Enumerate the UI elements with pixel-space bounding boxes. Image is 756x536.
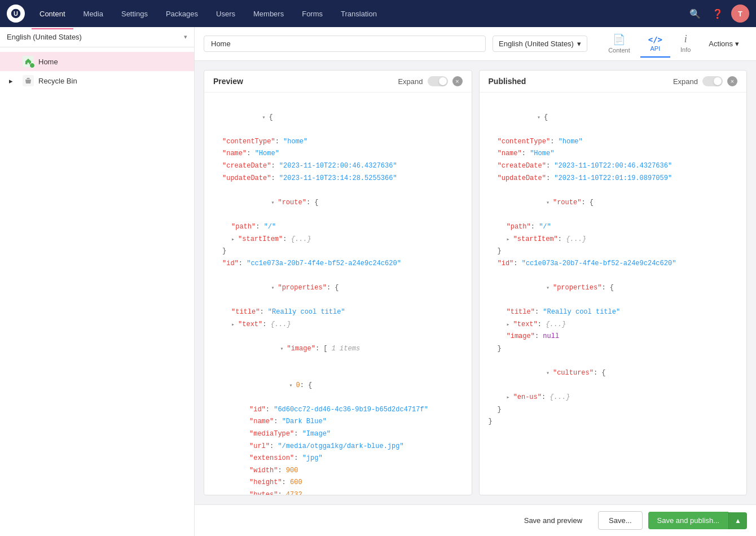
actions-chevron-icon: ▾ <box>735 39 739 48</box>
preview-root-collapse[interactable] <box>262 113 269 121</box>
pub-root-collapse[interactable] <box>537 113 544 121</box>
tree-expand-icon: ▸ <box>9 77 18 85</box>
nav-translation[interactable]: Translation <box>333 6 385 21</box>
save-publish-dropdown[interactable]: ▲ <box>728 512 747 529</box>
preview-panel-title: Preview <box>213 77 243 86</box>
save-publish-button[interactable]: Save and publish... <box>648 512 729 529</box>
nav-users[interactable]: Users <box>208 6 243 21</box>
image0-collapse[interactable] <box>289 381 296 389</box>
lang-chevron-icon: ▾ <box>577 39 581 48</box>
home-icon <box>23 56 34 67</box>
pub-startitem-expand[interactable] <box>507 235 513 243</box>
toggle-knob <box>439 77 447 85</box>
top-nav: U Content Media Settings Packages Users … <box>0 0 756 27</box>
nav-content[interactable]: Content <box>32 6 73 21</box>
language-selector[interactable]: English (United States) ▾ <box>0 27 194 47</box>
published-panel-header: Published Expand × <box>480 71 747 93</box>
nav-packages[interactable]: Packages <box>158 6 206 21</box>
recycle-icon <box>23 75 34 86</box>
route-collapse[interactable] <box>271 199 278 207</box>
preview-expand-toggle[interactable] <box>428 76 448 86</box>
tab-content[interactable]: 📄 Content <box>600 29 638 59</box>
tab-info[interactable]: i Info <box>673 29 698 59</box>
nav-members[interactable]: Members <box>245 6 292 21</box>
published-expand-label: Expand <box>673 77 698 86</box>
breadcrumb-selector[interactable]: Home <box>204 36 486 52</box>
tab-content-label: Content <box>608 47 630 54</box>
footer-bar: Save and preview Save... Save and publis… <box>195 504 756 536</box>
published-panel-body[interactable]: { "contentType": "home" "name": "Home" "… <box>480 93 747 495</box>
pub-route-collapse[interactable] <box>546 199 553 207</box>
sidebar-item-home[interactable]: Home <box>0 52 194 71</box>
preview-panel-body[interactable]: { "contentType": "home" "name": "Home" "… <box>204 93 472 495</box>
tab-info-label: Info <box>680 46 691 53</box>
info-tab-icon: i <box>684 33 687 45</box>
recycle-label: Recycle Bin <box>38 77 77 85</box>
published-panel-title: Published <box>489 77 526 86</box>
pub-enus-expand[interactable] <box>507 393 513 401</box>
logo[interactable]: U <box>7 5 25 23</box>
api-tab-icon: </> <box>648 35 662 44</box>
main-content: Home English (United States) ▾ 📄 Content… <box>195 27 756 536</box>
published-expand-toggle[interactable] <box>702 76 723 86</box>
content-tree: Home ▸ Recycle Bin <box>0 47 194 536</box>
preview-panel-header: Preview Expand × <box>204 71 472 93</box>
content-language-label: English (United States) <box>499 39 574 48</box>
sidebar-item-recycle[interactable]: ▸ Recycle Bin <box>0 71 194 90</box>
tab-api[interactable]: </> API <box>640 30 670 58</box>
actions-label: Actions <box>709 39 733 48</box>
app-body: English (United States) ▾ Home ▸ <box>0 27 756 536</box>
language-label: English (United States) <box>7 33 82 41</box>
help-button[interactable]: ❓ <box>709 5 727 23</box>
nav-right: 🔍 ❓ T <box>686 5 749 23</box>
published-expand-group: Expand × <box>673 76 737 86</box>
actions-button[interactable]: Actions ▾ <box>701 35 747 52</box>
startitem-expand[interactable] <box>231 235 238 243</box>
save-button[interactable]: Save... <box>598 511 642 530</box>
save-publish-split-button: Save and publish... ▲ <box>648 512 747 529</box>
svg-text:U: U <box>14 10 18 17</box>
panels-area: Preview Expand × { "contentType": "home" <box>195 61 756 504</box>
content-tab-icon: 📄 <box>613 33 625 46</box>
toggle-knob-pub <box>714 77 722 85</box>
breadcrumb-value: Home <box>211 39 231 48</box>
content-tabs: 📄 Content </> API i Info Actions ▾ <box>600 29 747 59</box>
sidebar: English (United States) ▾ Home ▸ <box>0 27 195 536</box>
home-label: Home <box>38 58 58 66</box>
save-preview-button[interactable]: Save and preview <box>514 512 592 529</box>
preview-expand-group: Expand × <box>398 76 462 86</box>
search-button[interactable]: 🔍 <box>686 5 704 23</box>
nav-forms[interactable]: Forms <box>294 6 331 21</box>
content-header: Home English (United States) ▾ 📄 Content… <box>195 27 756 61</box>
published-panel: Published Expand × { "contentType": "hom… <box>479 70 748 495</box>
published-expand-close[interactable]: × <box>727 76 737 86</box>
tab-api-label: API <box>650 45 660 52</box>
preview-panel: Preview Expand × { "contentType": "home" <box>204 70 472 495</box>
preview-expand-label: Expand <box>398 77 423 86</box>
nav-media[interactable]: Media <box>76 6 111 21</box>
user-avatar[interactable]: T <box>731 5 749 23</box>
chevron-down-icon: ▾ <box>184 33 187 41</box>
nav-settings[interactable]: Settings <box>113 6 156 21</box>
text-expand[interactable] <box>231 320 238 328</box>
properties-collapse[interactable] <box>271 284 278 292</box>
pub-cultures-collapse[interactable] <box>546 369 553 377</box>
preview-expand-close[interactable]: × <box>452 76 463 86</box>
pub-text-expand[interactable] <box>507 320 513 328</box>
content-language-selector[interactable]: English (United States) ▾ <box>493 36 587 52</box>
pub-properties-collapse[interactable] <box>546 284 553 292</box>
image-collapse[interactable] <box>280 345 287 353</box>
